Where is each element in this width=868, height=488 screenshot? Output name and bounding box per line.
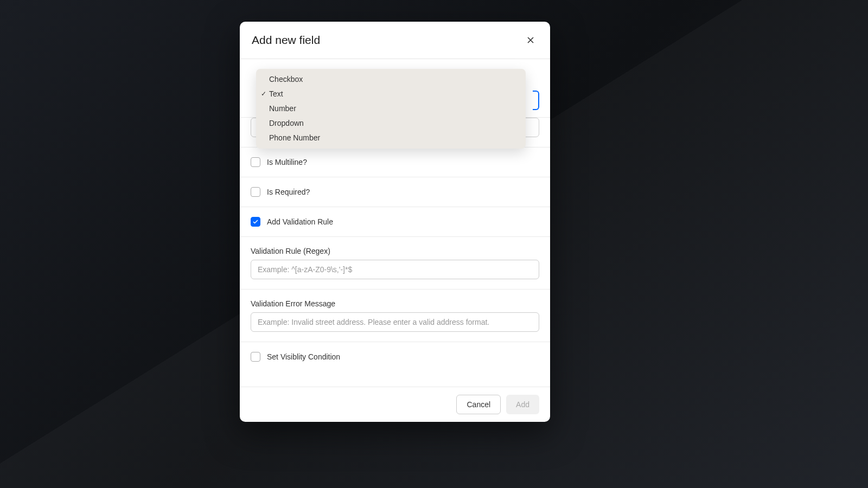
add-field-modal: Add new field Is Multiline? Is Req bbox=[240, 22, 550, 422]
is-required-section: Is Required? bbox=[240, 177, 550, 207]
validation-rule-input[interactable] bbox=[251, 260, 539, 279]
add-validation-checkbox[interactable] bbox=[251, 217, 260, 227]
dropdown-option-number[interactable]: Number bbox=[256, 101, 526, 116]
dropdown-option-text[interactable]: ✓ Text bbox=[256, 87, 526, 101]
check-icon: ✓ bbox=[261, 89, 266, 99]
field-type-dropdown[interactable]: Checkbox ✓ Text Number Dropdown Phone Nu… bbox=[256, 69, 526, 149]
validation-rule-label: Validation Rule (Regex) bbox=[251, 247, 539, 255]
validation-error-label: Validation Error Message bbox=[251, 299, 539, 308]
close-icon bbox=[525, 35, 536, 46]
is-required-checkbox[interactable] bbox=[251, 187, 260, 197]
is-multiline-section: Is Multiline? bbox=[240, 147, 550, 177]
dropdown-option-dropdown[interactable]: Dropdown bbox=[256, 116, 526, 131]
dropdown-option-checkbox[interactable]: Checkbox bbox=[256, 72, 526, 87]
add-validation-label: Add Validation Rule bbox=[267, 217, 333, 226]
cancel-button[interactable]: Cancel bbox=[456, 395, 501, 414]
add-validation-section: Add Validation Rule bbox=[240, 207, 550, 237]
add-button[interactable]: Add bbox=[506, 395, 539, 414]
validation-rule-section: Validation Rule (Regex) bbox=[240, 237, 550, 290]
modal-footer: Cancel Add bbox=[240, 387, 550, 422]
modal-title: Add new field bbox=[252, 34, 320, 47]
visibility-condition-label: Set Visiblity Condition bbox=[267, 352, 340, 361]
is-multiline-checkbox[interactable] bbox=[251, 157, 260, 167]
dropdown-option-phone[interactable]: Phone Number bbox=[256, 131, 526, 145]
field-type-select-edge[interactable] bbox=[533, 91, 539, 110]
modal-body: Is Multiline? Is Required? Add Validatio… bbox=[240, 59, 550, 387]
validation-error-section: Validation Error Message bbox=[240, 290, 550, 342]
is-multiline-label: Is Multiline? bbox=[267, 158, 307, 166]
modal-header: Add new field bbox=[240, 22, 550, 59]
close-button[interactable] bbox=[523, 33, 538, 48]
validation-error-input[interactable] bbox=[251, 312, 539, 332]
is-required-label: Is Required? bbox=[267, 188, 310, 196]
check-icon bbox=[252, 219, 259, 225]
visibility-condition-section: Set Visiblity Condition bbox=[240, 342, 550, 365]
visibility-condition-checkbox[interactable] bbox=[251, 352, 260, 362]
